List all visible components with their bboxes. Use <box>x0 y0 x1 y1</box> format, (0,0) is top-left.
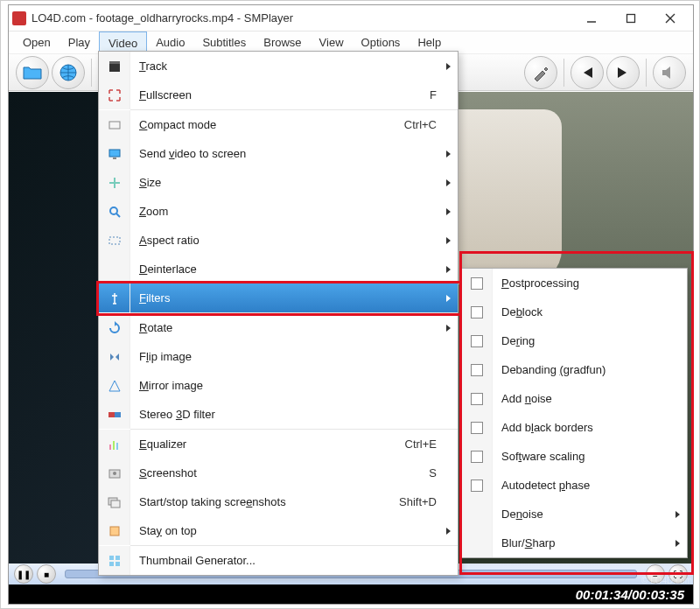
menu-label: Track <box>130 60 458 73</box>
menu-item-track[interactable]: Track <box>99 52 458 80</box>
minimize-button[interactable] <box>571 6 611 31</box>
menu-item-flip-image[interactable]: Flip image <box>99 342 458 371</box>
menu-shortcut: Ctrl+E <box>405 438 458 451</box>
menu-shortcut: Ctrl+C <box>404 118 458 131</box>
svg-point-19 <box>113 472 116 475</box>
menu-item-zoom[interactable]: Zoom <box>99 197 458 226</box>
submenu-arrow-icon <box>446 528 451 535</box>
filter-item-dering[interactable]: Dering <box>461 326 687 355</box>
checkbox-icon <box>471 451 483 463</box>
pause-button[interactable]: ❚❚ <box>14 564 33 584</box>
prev-button[interactable] <box>570 56 604 89</box>
filter-item-deblock[interactable]: Deblock <box>461 298 687 326</box>
stereo3d-icon <box>99 400 130 429</box>
menu-shortcut: F <box>430 88 458 102</box>
menu-item-mirror-image[interactable]: Mirror image <box>99 371 458 400</box>
filter-item-autodetect-phase[interactable]: Autodetect phase <box>461 471 687 500</box>
filter-item-debanding-gradfun-[interactable]: Debanding (gradfun) <box>461 355 687 384</box>
menu-item-send-video-to-screen[interactable]: Send video to screen <box>99 139 458 168</box>
settings-icon[interactable] <box>524 56 557 89</box>
svg-rect-5 <box>109 63 120 72</box>
menu-gutter <box>461 384 493 413</box>
menu-label: Mirror image <box>130 379 458 392</box>
menu-label: Denoise <box>493 508 543 521</box>
volume-icon[interactable] <box>653 56 686 89</box>
svg-line-11 <box>116 214 120 217</box>
menu-item-rotate[interactable]: Rotate <box>99 313 458 342</box>
menu-label: Thumbnail Generator... <box>130 554 458 567</box>
svg-rect-12 <box>109 237 120 244</box>
menu-item-size[interactable]: Size <box>99 168 458 197</box>
menu-item-compact-mode[interactable]: Compact modeCtrl+C <box>99 110 458 139</box>
menu-label: Equalizer <box>130 438 405 451</box>
window-title: LO4D.com - footage_oldharryrocks.mp4 - S… <box>32 11 571 24</box>
menu-gutter <box>461 528 493 557</box>
thumbnail-icon <box>99 546 130 575</box>
filter-item-add-black-borders[interactable]: Add black borders <box>461 413 687 442</box>
time-display: 00:01:34 / 00:03:35 <box>9 584 693 604</box>
stop-button[interactable]: ■ <box>37 564 56 584</box>
svg-rect-9 <box>113 158 116 159</box>
clapper-icon <box>99 52 130 80</box>
submenu-arrow-icon <box>446 208 451 215</box>
menu-item-start-stop-taking-screenshots[interactable]: Start/stop taking screenshotsShift+D <box>99 487 458 516</box>
submenu-arrow-icon <box>446 150 451 158</box>
menu-item-equalizer[interactable]: EqualizerCtrl+E <box>99 430 458 458</box>
toolbar-separator <box>91 59 92 87</box>
open-url-icon[interactable] <box>52 56 85 89</box>
svg-rect-16 <box>113 441 115 450</box>
menu-item-stereo-3d-filter[interactable]: Stereo 3D filter <box>99 400 458 429</box>
menu-gutter <box>461 471 493 500</box>
svg-rect-6 <box>109 61 120 64</box>
menu-item-fullscreen[interactable]: FullscreenF <box>99 80 458 109</box>
menu-label: Stereo 3D filter <box>130 408 458 421</box>
menu-item-screenshot[interactable]: ScreenshotS <box>99 458 458 487</box>
video-dropdown: TrackFullscreenFCompact modeCtrl+CSend v… <box>98 51 458 576</box>
watermark: © LO4D.com <box>641 576 692 585</box>
menu-item-stay-on-top[interactable]: Stay on top <box>99 516 458 545</box>
menu-label: Dering <box>493 334 535 347</box>
compact-icon <box>99 110 130 139</box>
menu-item-aspect-ratio[interactable]: Aspect ratio <box>99 226 458 255</box>
total-time: 00:03:35 <box>632 587 684 602</box>
menu-label: Autodetect phase <box>493 479 590 492</box>
svg-rect-21 <box>111 500 120 508</box>
menu-label: Flip image <box>130 350 458 363</box>
filter-item-postprocessing[interactable]: Postprocessing <box>461 269 687 298</box>
maximize-button[interactable] <box>611 6 650 31</box>
filter-item-blur-sharp[interactable]: Blur/Sharp <box>461 528 687 557</box>
menu-label: Software scaling <box>493 450 584 463</box>
toolbar-separator <box>564 59 564 87</box>
menubar-open[interactable]: Open <box>14 32 60 53</box>
menu-label: Stay on top <box>130 524 458 537</box>
mirror-icon <box>99 371 130 400</box>
filter-item-software-scaling[interactable]: Software scaling <box>461 442 687 471</box>
submenu-arrow-icon <box>676 511 680 518</box>
current-time: 00:01:34 <box>576 587 628 602</box>
filters-submenu: PostprocessingDeblockDeringDebanding (gr… <box>460 268 688 558</box>
menu-label: Debanding (gradfun) <box>493 363 606 376</box>
next-button[interactable] <box>606 56 640 89</box>
aspect-icon <box>99 226 130 255</box>
menubar-play[interactable]: Play <box>60 32 99 53</box>
menu-item-filters[interactable]: Filters <box>99 284 458 312</box>
menu-label: Add noise <box>493 392 552 405</box>
close-button[interactable] <box>650 6 690 31</box>
open-file-icon[interactable] <box>16 56 49 89</box>
menu-gutter <box>461 298 493 326</box>
filter-item-denoise[interactable]: Denoise <box>461 500 687 528</box>
svg-rect-26 <box>116 562 120 566</box>
submenu-arrow-icon <box>446 266 451 273</box>
svg-rect-23 <box>109 556 114 560</box>
svg-rect-17 <box>116 443 118 450</box>
menu-item-thumbnail-generator-[interactable]: Thumbnail Generator... <box>99 546 458 575</box>
menu-label: Filters <box>130 291 458 304</box>
menu-label: Zoom <box>130 205 458 218</box>
zoom-icon <box>99 197 130 226</box>
size-icon <box>99 168 130 197</box>
filter-item-add-noise[interactable]: Add noise <box>461 384 687 413</box>
svg-rect-24 <box>116 556 120 560</box>
svg-rect-7 <box>109 122 120 129</box>
menu-item-deinterlace[interactable]: Deinterlace <box>99 255 458 284</box>
svg-rect-1 <box>626 14 634 22</box>
